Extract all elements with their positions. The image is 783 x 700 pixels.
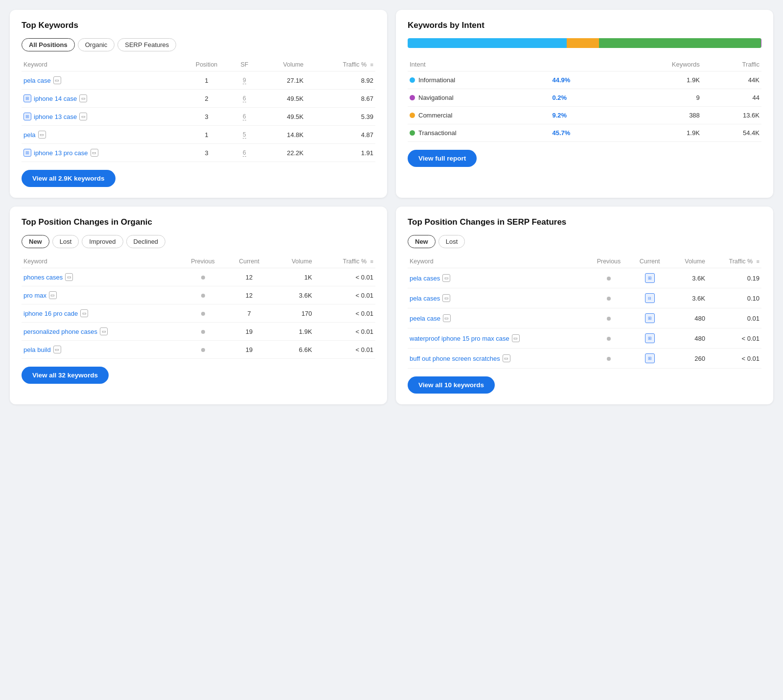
- view-full-report-button[interactable]: View full report: [408, 150, 477, 167]
- position-cell: 1: [181, 71, 232, 90]
- keyword-link[interactable]: ⊞ iphone 13 case ▭: [23, 113, 179, 120]
- intent-table: Intent Keywords Traffic Informational 44…: [408, 58, 761, 142]
- tab-new-serp[interactable]: New: [408, 235, 436, 248]
- intent-dot: [410, 130, 415, 136]
- minus-square-icon: ▭: [442, 274, 450, 282]
- traffic-cell: 8.67: [305, 90, 375, 108]
- intent-cell: Transactional: [408, 124, 550, 142]
- volume-cell: 3.6K: [271, 286, 314, 304]
- kw-cell: pela case ▭: [22, 71, 181, 90]
- col-curr-serp: Current: [631, 255, 669, 268]
- minus-square-icon: ▭: [79, 113, 87, 120]
- view-all-keywords-button[interactable]: View all 2.9K keywords: [22, 170, 115, 187]
- top-position-serp-title: Top Position Changes in SERP Features: [408, 217, 761, 227]
- curr-cell: ⊟: [631, 288, 669, 308]
- curr-cell: ⊞: [631, 268, 669, 288]
- prev-cell: [587, 288, 630, 308]
- kw-cell: peela case ▭: [408, 308, 587, 328]
- keywords-by-intent-title: Keywords by Intent: [408, 21, 761, 30]
- intent-dot: [410, 113, 415, 118]
- traffic-filter-icon[interactable]: ≡: [370, 62, 373, 68]
- curr-cell: ⊞: [631, 349, 669, 369]
- prev-dot: [201, 312, 205, 316]
- sf-cell: 9: [232, 71, 256, 90]
- keyword-link[interactable]: ⊞ iphone 13 pro case ▭: [23, 149, 179, 157]
- serp-filter-icon[interactable]: ≡: [757, 258, 760, 264]
- tab-organic[interactable]: Organic: [78, 38, 115, 51]
- image-icon: ⊞: [23, 113, 31, 120]
- table-row: Informational 44.9% 1.9K 44K: [408, 71, 761, 89]
- volume-cell: 1.9K: [271, 323, 314, 341]
- kw-count-cell: 388: [612, 107, 702, 124]
- prev-dot: [201, 294, 205, 298]
- image-icon: ⊞: [23, 94, 31, 102]
- minus-square-icon: ▭: [53, 346, 61, 353]
- keyword-link[interactable]: iphone 16 pro cade ▭: [23, 309, 176, 317]
- volume-cell: 14.8K: [256, 126, 306, 144]
- keyword-link[interactable]: ⊞ iphone 14 case ▭: [23, 94, 179, 102]
- serp-feature-icon: ⊞: [645, 313, 655, 323]
- table-row: pro max ▭ 12 3.6K < 0.01: [22, 286, 375, 304]
- intent-dot: [410, 95, 415, 100]
- table-row: personalized phone cases ▭ 19 1.9K < 0.0…: [22, 323, 375, 341]
- table-row: peela case ▭ ⊞ 480 0.01: [408, 308, 761, 328]
- keyword-link[interactable]: personalized phone cases ▭: [23, 327, 176, 335]
- col-kw-organic: Keyword: [22, 255, 178, 268]
- prev-cell: [587, 308, 630, 328]
- keyword-link[interactable]: pela build ▭: [23, 346, 176, 353]
- keyword-link[interactable]: pela case ▭: [23, 76, 179, 84]
- keyword-link[interactable]: peela case ▭: [410, 314, 585, 322]
- view-all-organic-button[interactable]: View all 32 keywords: [22, 367, 109, 384]
- volume-cell: 27.1K: [256, 71, 306, 90]
- prev-dot: [607, 277, 611, 280]
- intent-cell: Navigational: [408, 89, 550, 107]
- keyword-link[interactable]: waterproof iphone 15 pro max case ▭: [410, 334, 585, 342]
- top-position-serp-card: Top Position Changes in SERP Features Ne…: [396, 207, 773, 404]
- tab-serp-features[interactable]: SERP Features: [117, 38, 176, 51]
- minus-square-icon: ▭: [79, 94, 87, 102]
- position-cell: 3: [181, 144, 232, 162]
- tab-lost-serp[interactable]: Lost: [438, 235, 465, 248]
- minus-square-icon: ▭: [80, 309, 88, 317]
- table-row: Commercial 9.2% 388 13.6K: [408, 107, 761, 124]
- tab-new-organic[interactable]: New: [22, 235, 49, 248]
- prev-dot: [607, 357, 611, 361]
- tab-all-positions[interactable]: All Positions: [22, 38, 75, 51]
- table-row: pela ▭ 1 5 14.8K 4.87: [22, 126, 375, 144]
- minus-square-icon: ▭: [443, 314, 451, 322]
- col-pct: [550, 58, 612, 71]
- kw-cell: personalized phone cases ▭: [22, 323, 178, 341]
- tab-improved-organic[interactable]: Improved: [82, 235, 123, 248]
- traffic-cell: 4.87: [305, 126, 375, 144]
- table-row: pela build ▭ 19 6.6K < 0.01: [22, 341, 375, 359]
- organic-filter-icon[interactable]: ≡: [370, 258, 373, 264]
- traffic-cell: 0.01: [707, 308, 761, 328]
- tab-declined-organic[interactable]: Declined: [126, 235, 166, 248]
- view-all-serp-button[interactable]: View all 10 keywords: [408, 376, 495, 394]
- pct-cell: 44.9%: [550, 71, 612, 89]
- tab-lost-organic[interactable]: Lost: [52, 235, 79, 248]
- organic-changes-table: Keyword Previous Current Volume Traffic …: [22, 255, 375, 359]
- col-prev-organic: Previous: [178, 255, 228, 268]
- sf-cell: 6: [232, 90, 256, 108]
- keyword-link[interactable]: phones cases ▭: [23, 273, 176, 281]
- prev-dot: [201, 276, 205, 280]
- kw-cell: waterproof iphone 15 pro max case ▭: [408, 328, 587, 349]
- table-row: waterproof iphone 15 pro max case ▭ ⊞ 48…: [408, 328, 761, 349]
- keyword-link[interactable]: pela cases ▭: [410, 274, 585, 282]
- traffic-cell: < 0.01: [314, 268, 375, 286]
- kw-cell: ⊞ iphone 13 pro case ▭: [22, 144, 181, 162]
- keyword-link[interactable]: pela ▭: [23, 131, 179, 139]
- position-cell: 3: [181, 108, 232, 126]
- keyword-link[interactable]: pela cases ▭: [410, 294, 585, 302]
- keyword-link[interactable]: pro max ▭: [23, 291, 176, 299]
- intent-bar-segment: [761, 38, 761, 48]
- traffic-cell: 0.10: [707, 288, 761, 308]
- pct-cell: 45.7%: [550, 124, 612, 142]
- sf-cell: 6: [232, 108, 256, 126]
- sf-cell: 6: [232, 144, 256, 162]
- sf-cell: 5: [232, 126, 256, 144]
- table-row: pela case ▭ 1 9 27.1K 8.92: [22, 71, 375, 90]
- pct-cell: 0.2%: [550, 89, 612, 107]
- keyword-link[interactable]: buff out phone screen scratches ▭: [410, 354, 585, 362]
